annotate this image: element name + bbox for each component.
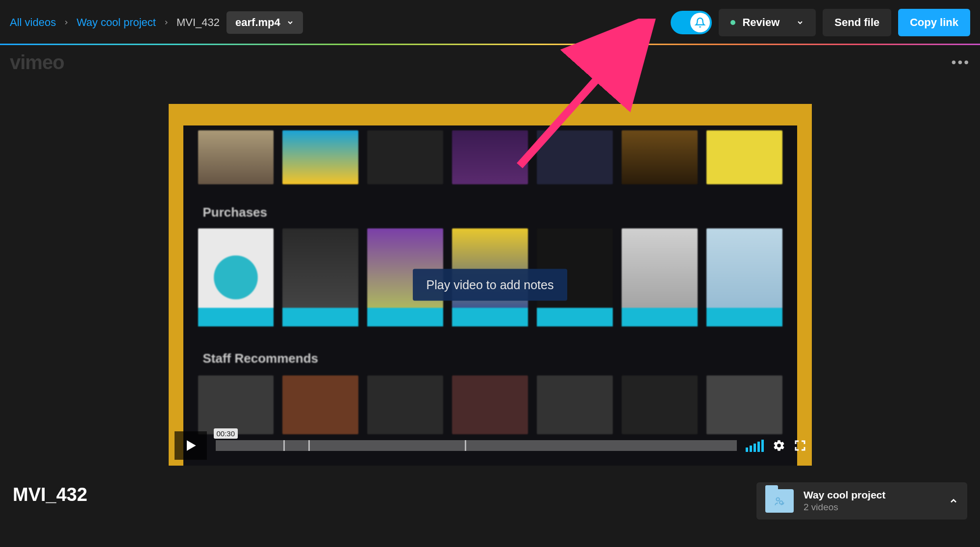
more-menu-icon[interactable]: ••• — [952, 54, 970, 70]
progress-bar[interactable]: 00:30 — [216, 431, 737, 460]
project-text: Way cool project 2 videos — [804, 489, 885, 513]
bell-icon — [690, 13, 710, 32]
svg-point-1 — [777, 498, 780, 501]
chevron-right-icon — [163, 19, 170, 26]
fullscreen-icon[interactable] — [794, 440, 806, 451]
play-button[interactable] — [175, 431, 207, 460]
chevron-down-icon — [796, 19, 804, 26]
breadcrumb-project[interactable]: Way cool project — [76, 16, 156, 29]
player-area: Purchases Staff Recommends Pla — [0, 79, 980, 466]
send-file-button[interactable]: Send file — [823, 9, 891, 36]
svg-marker-0 — [187, 440, 196, 450]
video-player[interactable]: Purchases Staff Recommends Pla — [169, 104, 812, 466]
settings-icon[interactable] — [773, 439, 785, 452]
time-indicator: 00:30 — [214, 428, 238, 439]
chevron-down-icon — [286, 19, 294, 26]
svg-point-2 — [779, 501, 783, 504]
video-still-row — [198, 130, 782, 184]
file-switcher-label: earf.mp4 — [235, 16, 280, 29]
project-name: Way cool project — [804, 489, 885, 501]
copy-link-button[interactable]: Copy link — [898, 9, 970, 36]
review-dropdown[interactable]: Review — [719, 9, 816, 36]
vimeo-logo: vimeo — [10, 51, 64, 74]
status-dot-icon — [730, 20, 735, 25]
chevron-right-icon — [63, 19, 70, 26]
play-to-add-notes-overlay: Play video to add notes — [413, 269, 568, 301]
video-title: MVI_432 — [13, 484, 87, 505]
breadcrumb-item: MVI_432 — [176, 16, 220, 29]
volume-icon[interactable] — [746, 440, 764, 452]
send-file-label: Send file — [834, 16, 879, 29]
review-label: Review — [742, 16, 779, 29]
video-still-label: Purchases — [203, 205, 268, 220]
breadcrumb-root[interactable]: All videos — [10, 16, 56, 29]
copy-link-label: Copy link — [910, 16, 958, 29]
player-controls: 00:30 — [175, 431, 806, 460]
logo-row: vimeo ••• — [0, 45, 980, 79]
folder-icon — [765, 489, 794, 513]
video-still-row — [198, 375, 782, 434]
rainbow-divider — [0, 44, 980, 45]
file-switcher[interactable]: earf.mp4 — [226, 11, 303, 34]
top-bar: All videos Way cool project MVI_432 earf… — [0, 0, 980, 45]
notifications-toggle[interactable] — [671, 11, 712, 34]
project-count: 2 videos — [804, 502, 885, 513]
chevron-up-icon — [949, 496, 958, 506]
project-card[interactable]: Way cool project 2 videos — [756, 482, 967, 520]
video-still-label: Staff Recommends — [203, 351, 319, 366]
